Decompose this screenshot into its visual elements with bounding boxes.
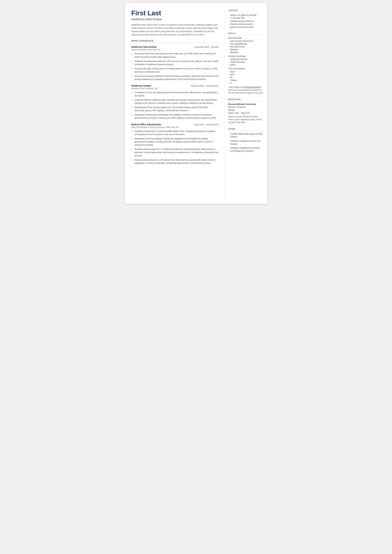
job-bullet-0-1: Analyzed and interpreted data from 159 s… [131,60,219,66]
job-company-0: Resume Worded, New York, NY [131,49,219,51]
job-title-2: Medical Office Administrator [131,123,161,126]
job-bullet-1-2: Championed online training modules for 1… [131,106,219,112]
work-experience-header: WORK EXPERIENCE [131,40,219,43]
skill-item-0-4: Medicaid [228,51,263,54]
other-item-2: Certified in Healthcare Information and … [228,147,263,153]
contact-item-4: github.com/resumeworded [228,26,263,28]
other-list: Certified Health Data Analyst (CHDA) | A… [228,133,263,153]
job-title-1: Healthcare Analyst [131,84,151,87]
skill-item-0-2: Microsoft Access [228,46,263,48]
job-block-2: Medical Office AdministratorJune 2010 – … [131,123,219,165]
promo-text: · Don't forget to use Resume Worded to s… [228,86,263,94]
candidate-title: Healthcare Data Analyst [131,18,219,21]
job-company-2: Resume Worded's Exciting Company, New Yo… [131,126,219,128]
job-block-1: Healthcare AnalystFebruary 2013 – Octobe… [131,84,219,120]
job-bullet-2-2: Provided clerical support for 17 medical… [131,148,219,157]
skill-list-2: ExcelSAS5STableauR [228,70,263,84]
skill-item-2-4: R [228,82,263,84]
skill-item-1-2: HIPAA [228,64,263,66]
edu-field: Biology [228,109,263,112]
job-dates-0: November 2015 – Present [195,46,219,48]
promo-link[interactable]: Resume Worded [245,86,259,88]
skill-item-2-3: Tableau [228,79,263,81]
job-bullets-1: Completed 15 Lean Six Sigma projects tha… [131,91,219,120]
skills-section: SKILLS Technical Skills:Data Analysis (A… [228,32,263,94]
contact-item-2: email@resumeworded.com [228,20,263,22]
candidate-summary: Healthcare data analyst with 10 years of… [131,23,219,36]
job-bullet-1-3: Developed 8 dashboards that display KPIs… [131,113,219,119]
candidate-name: First Last [131,9,219,17]
job-header-1: Healthcare AnalystFebruary 2013 – Octobe… [131,84,219,87]
contact-item-1: +1-234-456-789 [228,17,263,19]
contact-list: Atlanta, GA (Open to Remote)+1-234-456-7… [228,14,263,28]
job-bullets-0: Reconciled about 91% discrepancy in the … [131,52,219,81]
skill-item-1-0: Healthcare Industry [228,58,263,60]
skill-item-0-1: SQL (Experienced) [228,43,263,45]
job-bullets-2: Assisted 19 physicians in reviewing EMRs… [131,130,219,165]
edu-awards: Awards: Resume Worded Teaching Fellow (o… [228,115,263,124]
other-section: OTHER Certified Health Data Analyst (CHD… [228,128,263,153]
edu-location-date: Boston, MA — May 2010 [228,112,263,115]
skill-item-1-1: Health Insurance [228,61,263,63]
skill-category-0: Technical Skills: [228,37,263,39]
contact-section: CONTACT Atlanta, GA (Open to Remote)+1-2… [228,9,263,28]
resume-page: First Last Healthcare Data Analyst Healt… [125,3,267,204]
job-company-1: Growthsi, San Francisco, CA [131,87,219,90]
job-header-0: Healthcare Data AnalystNovember 2015 – P… [131,46,219,48]
job-block-0: Healthcare Data AnalystNovember 2015 – P… [131,46,219,81]
job-bullet-0-3: Sourced and analyzed 200GB of clinical t… [131,75,219,81]
jobs-container: Healthcare Data AnalystNovember 2015 – P… [131,46,219,165]
job-bullet-0-0: Reconciled about 91% discrepancy in the … [131,52,219,58]
job-bullet-0-2: Analyzed the data of 5.9K patients to id… [131,67,219,73]
skills-container: Technical Skills:Data Analysis (Advanced… [228,37,263,84]
main-column: First Last Healthcare Data Analyst Healt… [125,3,224,204]
contact-item-0: Atlanta, GA (Open to Remote) [228,14,263,16]
job-dates-2: June 2010 – January 2013 [194,123,219,126]
edu-degree: Bachelor of Science [228,106,263,109]
skill-item-2-2: 5S [228,76,263,78]
education-section: EDUCATION Resume Worded University Bache… [228,98,263,124]
contact-item-3: linkedin.com/in/username [228,23,263,25]
skill-list-0: Data Analysis (Advanced)SQL (Experienced… [228,40,263,54]
promo-prefix: · Don't forget to use [228,86,245,88]
job-title-0: Healthcare Data Analyst [131,46,157,48]
other-item-1: Certified in Healthcare Privacy and Secu… [228,140,263,146]
skills-header: SKILLS [228,32,263,35]
job-bullet-2-3: Reduced the workload on a 15-member fron… [131,158,219,165]
skill-category-1: Industry Knowledge: [228,55,263,57]
job-dates-1: February 2013 – October 2015 [190,85,219,87]
edu-school: Resume Worded University [228,103,263,105]
job-bullet-2-1: Maintained current knowledge of Medicare… [131,137,219,147]
skill-item-0-0: Data Analysis (Advanced) [228,40,263,42]
job-bullet-1-0: Completed 15 Lean Six Sigma projects tha… [131,91,219,97]
education-header: EDUCATION [228,98,263,101]
other-item-0: Certified Health Data Analyst (CHDA) | A… [228,133,263,139]
skill-item-2-1: SAS [228,73,263,76]
sidebar: CONTACT Atlanta, GA (Open to Remote)+1-2… [224,3,267,204]
job-bullet-2-0: Assisted 19 physicians in reviewing EMRs… [131,130,219,136]
other-header: OTHER [228,128,263,131]
skill-list-1: Healthcare IndustryHealth InsuranceHIPAA [228,58,263,66]
skill-item-0-3: Medicare [228,49,263,51]
job-header-2: Medical Office AdministratorJune 2010 – … [131,123,219,126]
job-bullet-1-1: Analyzed 10GB of healthcare data, identi… [131,98,219,105]
skill-category-2: Tools and Software: [228,68,263,70]
skill-item-2-0: Excel [228,70,263,73]
contact-header: CONTACT [228,9,263,12]
